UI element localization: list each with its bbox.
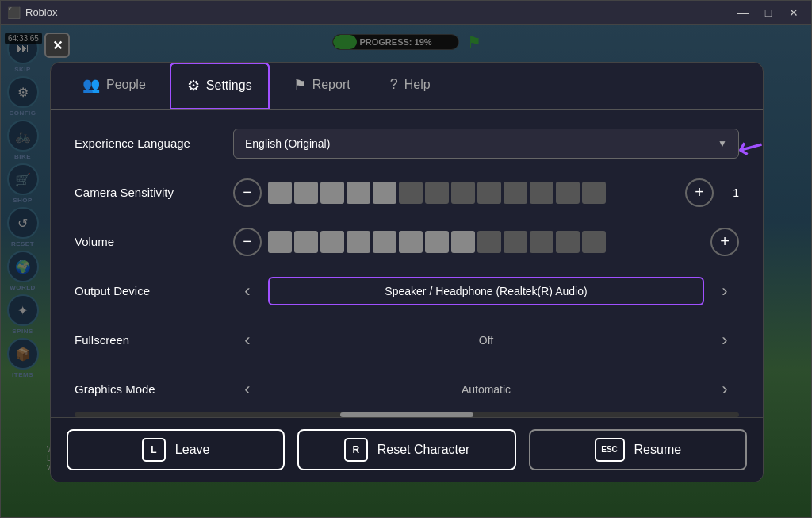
slider-seg bbox=[582, 231, 606, 253]
slider-seg bbox=[425, 231, 449, 253]
volume-slider-track[interactable] bbox=[268, 231, 704, 253]
tab-people-label: People bbox=[106, 78, 146, 92]
slider-seg bbox=[268, 182, 292, 204]
tab-help[interactable]: ? Help bbox=[374, 63, 446, 109]
settings-content: Experience Language English (Original) ▼… bbox=[51, 110, 763, 412]
window-icon: ⬛ bbox=[7, 6, 21, 19]
output-device-label: Output Device bbox=[75, 284, 233, 297]
settings-scrollbar[interactable] bbox=[75, 412, 739, 417]
graphics-mode-label: Graphics Mode bbox=[75, 382, 233, 396]
graphics-mode-control: ‹ Automatic › bbox=[233, 375, 739, 404]
fullscreen-row: Fullscreen ‹ Off › bbox=[75, 323, 739, 358]
tab-report-label: Report bbox=[312, 78, 350, 92]
experience-language-row: Experience Language English (Original) ▼ bbox=[75, 126, 739, 161]
maximize-button[interactable]: □ bbox=[757, 4, 779, 21]
reset-label: Reset Character bbox=[377, 443, 470, 457]
fullscreen-control: ‹ Off › bbox=[233, 326, 739, 355]
graphics-mode-value: Automatic bbox=[268, 383, 704, 396]
people-tab-icon: 👥 bbox=[82, 76, 100, 94]
modal-overlay: 👥 People ⚙ Settings ⚑ Report ? Help bbox=[1, 25, 812, 518]
leave-label: Leave bbox=[175, 443, 210, 457]
slider-seg bbox=[451, 231, 475, 253]
slider-seg bbox=[373, 231, 396, 253]
slider-seg bbox=[556, 231, 580, 253]
slider-seg bbox=[320, 231, 344, 253]
leave-key-badge: L bbox=[142, 438, 166, 462]
action-bar: L Leave R Reset Character ESC Resume bbox=[51, 417, 763, 482]
slider-seg bbox=[347, 182, 370, 204]
settings-modal: 👥 People ⚙ Settings ⚑ Report ? Help bbox=[50, 62, 764, 482]
tab-report[interactable]: ⚑ Report bbox=[278, 63, 366, 109]
camera-decrease-button[interactable]: − bbox=[233, 178, 262, 207]
camera-sensitivity-label: Camera Sensitivity bbox=[75, 186, 233, 199]
volume-row: Volume − bbox=[75, 224, 739, 259]
slider-seg bbox=[347, 231, 370, 253]
volume-control: − bbox=[233, 228, 739, 256]
slider-seg bbox=[477, 231, 501, 253]
fullscreen-label: Fullscreen bbox=[75, 333, 233, 347]
leave-button[interactable]: L Leave bbox=[67, 429, 285, 470]
slider-seg bbox=[477, 182, 501, 204]
resume-key-badge: ESC bbox=[595, 438, 625, 462]
resume-button[interactable]: ESC Resume bbox=[529, 429, 747, 470]
graphics-mode-row: Graphics Mode ‹ Automatic › bbox=[75, 372, 739, 407]
title-bar-controls: — □ ✕ bbox=[732, 4, 805, 21]
volume-increase-button[interactable]: + bbox=[710, 228, 739, 256]
fullscreen-prev[interactable]: ‹ bbox=[233, 326, 262, 355]
tab-settings-label: Settings bbox=[206, 79, 252, 93]
reset-key-badge: R bbox=[344, 438, 368, 462]
graphics-mode-next[interactable]: › bbox=[710, 375, 739, 404]
tab-settings[interactable]: ⚙ Settings bbox=[170, 63, 270, 109]
slider-seg bbox=[530, 182, 553, 204]
fullscreen-value: Off bbox=[268, 334, 704, 347]
dropdown-arrow-icon: ▼ bbox=[718, 138, 727, 149]
slider-seg bbox=[425, 182, 449, 204]
resume-label: Resume bbox=[634, 443, 682, 457]
slider-seg bbox=[320, 182, 344, 204]
tab-people[interactable]: 👥 People bbox=[67, 63, 162, 109]
slider-seg bbox=[294, 231, 318, 253]
tab-bar: 👥 People ⚙ Settings ⚑ Report ? Help bbox=[51, 63, 763, 110]
close-x-button[interactable]: ✕ bbox=[44, 33, 70, 58]
settings-tab-icon: ⚙ bbox=[187, 77, 200, 94]
experience-language-control[interactable]: English (Original) ▼ bbox=[233, 129, 739, 159]
camera-slider-track[interactable] bbox=[268, 182, 679, 204]
output-device-row: Output Device ‹ Speaker / Headphone (Rea… bbox=[75, 274, 739, 309]
slider-seg bbox=[268, 231, 292, 253]
slider-seg bbox=[373, 182, 396, 204]
title-bar-left: ⬛ Roblox bbox=[7, 6, 57, 19]
camera-sensitivity-control: − bbox=[233, 178, 739, 207]
output-device-selector: ‹ Speaker / Headphone (Realtek(R) Audio)… bbox=[233, 277, 739, 305]
language-dropdown[interactable]: English (Original) ▼ bbox=[233, 129, 739, 159]
fullscreen-next[interactable]: › bbox=[710, 326, 739, 355]
reset-character-button[interactable]: R Reset Character bbox=[297, 429, 515, 470]
slider-seg bbox=[451, 182, 475, 204]
camera-increase-button[interactable]: + bbox=[685, 178, 714, 207]
language-value: English (Original) bbox=[245, 137, 330, 150]
scrollbar-thumb[interactable] bbox=[340, 412, 473, 417]
window-close-button[interactable]: ✕ bbox=[783, 4, 805, 21]
slider-seg bbox=[582, 182, 606, 204]
slider-seg bbox=[556, 182, 580, 204]
graphics-mode-prev[interactable]: ‹ bbox=[233, 375, 262, 404]
slider-seg bbox=[294, 182, 318, 204]
slider-seg bbox=[399, 182, 423, 204]
slider-seg bbox=[504, 231, 527, 253]
minimize-button[interactable]: — bbox=[732, 4, 754, 21]
game-background: 64:33.65 PROGRESS: 19% ⚑ ⏭ SKIP ⚙ CONFIG… bbox=[1, 25, 812, 518]
window: ⬛ Roblox — □ ✕ 64:33.65 PROGRESS: 19% ⚑ … bbox=[0, 0, 812, 518]
experience-language-label: Experience Language bbox=[75, 136, 233, 150]
volume-decrease-button[interactable]: − bbox=[233, 228, 262, 256]
output-device-prev[interactable]: ‹ bbox=[233, 277, 262, 305]
slider-seg bbox=[504, 182, 527, 204]
title-bar: ⬛ Roblox — □ ✕ bbox=[1, 1, 811, 25]
output-device-next[interactable]: › bbox=[710, 277, 739, 305]
help-tab-icon: ? bbox=[390, 76, 398, 93]
slider-seg bbox=[399, 231, 423, 253]
tab-help-label: Help bbox=[404, 78, 431, 92]
camera-sensitivity-row: Camera Sensitivity − bbox=[75, 175, 739, 210]
window-title: Roblox bbox=[25, 6, 57, 18]
report-tab-icon: ⚑ bbox=[293, 76, 306, 94]
output-device-value: Speaker / Headphone (Realtek(R) Audio) bbox=[268, 277, 704, 305]
slider-seg bbox=[530, 231, 553, 253]
